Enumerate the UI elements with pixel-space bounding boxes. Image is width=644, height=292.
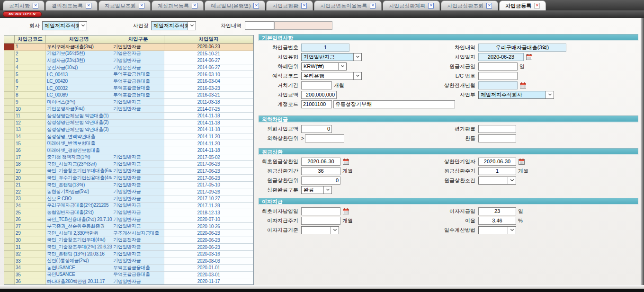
tab[interactable]: 계정과목등록 ✕ [152,0,204,10]
close-icon[interactable]: ✕ [86,3,91,9]
table-row[interactable]: 34 농협USANCE 무역포괄금융대출 2020-01-01 [4,265,253,272]
close-icon[interactable]: ✕ [428,3,434,9]
table-row[interactable]: 3 시설자금(23억3천) 기업일반자금 2014-06-27 [4,57,253,64]
loan-no-field[interactable]: 1 [301,44,349,52]
column-header-code[interactable]: 차입금코드 [15,35,46,44]
table-row[interactable]: 10 기업운영자금(6억) 기업일반자금 2014-07-25 [4,106,253,113]
table-row[interactable]: 6 LC_00420 무역포괄금융대출 2016-03-04 [4,78,253,85]
repay-condition-value [479,177,508,184]
loan-type-select[interactable]: 기업일반자금 [301,53,362,61]
table-row[interactable]: 16 미래에셋_경영인보험대출 2014-11-18 [4,147,253,154]
table-row[interactable]: 18 국민_시설자금(23억3천) 기업일반자금 2017-06-23 [4,161,253,168]
maturity-date-field[interactable]: 2020-06-30 [478,158,516,166]
principal-pay-day-input[interactable] [478,62,518,71]
table-row[interactable]: 14 삼성생명_변액약관대출 2014-11-20 [4,133,253,141]
table-row[interactable]: 11 삼성생명단체보험 약관대출(1) 2014-11-18 [4,113,253,120]
calendar-icon[interactable] [343,208,349,214]
repay-unit-input[interactable]: 0 [301,177,340,185]
table-row[interactable]: 7 LC_00032 무역포괄금융대출 2016-03-23 [4,85,253,92]
chevron-down-icon [508,227,516,234]
tab[interactable]: 차입금등록 ✕ [499,0,546,10]
column-header-type[interactable]: 차입구분 [112,35,164,44]
interest-pay-day-input[interactable]: 23 [478,207,516,215]
currency-select[interactable]: KRW(₩) [301,62,347,71]
table-row[interactable]: 2 기업기보(16억5천) 기업운전자금 2015-10-21 [4,51,253,58]
table-row[interactable]: 25 농협일반자금대출(2억) 기업일반자금 2018-12-13 [4,209,253,216]
column-header-date[interactable]: 차입일자 [164,35,253,44]
tab[interactable]: 차입금상환조회 ✕ [441,0,498,10]
table-row[interactable]: 13 삼성생명단체보험 약관대출(3) 2014-11-18 [4,126,253,133]
menu-open-button[interactable]: MENU OPEN [3,11,42,17]
lc-no-input[interactable] [478,72,518,80]
close-icon[interactable]: ✕ [33,3,38,9]
fx-amount-input[interactable]: 0 [301,125,332,133]
interest-rate-input[interactable]: 3.46 [478,217,516,225]
site-select[interactable]: 제일저지주식회사 [151,21,196,30]
table-row[interactable]: 17 중기청 정책자금(1억) 기업일반자금 2017-05-02 [4,154,253,161]
table-row[interactable]: 5 LC_00413 무역포괄금융대출 2016-03-10 [4,71,253,78]
tab[interactable]: 차입금상환계획 ✕ [383,0,440,10]
account-code-input[interactable]: 21001100 [301,100,332,108]
table-row[interactable]: 4 운전자금(10억) 기업운전자금 2014-06-27 [4,64,253,71]
close-icon[interactable]: ✕ [192,3,197,9]
division-select[interactable]: 제일저지주식회사 [478,91,554,99]
deposit-code-select[interactable]: 우리은행 [301,72,362,80]
table-row[interactable]: 26 국민_TCB신용대출(2억) 20.7.10 기업일반자금 2020-07… [4,216,253,223]
fx-unit-input[interactable] [305,134,344,142]
table-row[interactable]: 30 국민_기술창조기업우대(4억) 기업운전자금 2020-06-23 [4,237,253,244]
table-row[interactable]: 33 신한(-)통장예금(2억) 기업일반자금 2020-08-03 [4,257,253,265]
table-row[interactable]: 21 국민_온랜딩(13억) 기업일반자금 2017-05-10 [4,182,253,189]
loan-detail-field[interactable]: 우리구매자금대출(3억) [478,44,566,52]
tab[interactable]: 결의전표등록 ✕ [45,0,98,10]
loan-date-field[interactable]: 2020-06-23 [478,53,524,61]
loan-amount-input[interactable]: 200,000,000 [301,91,337,99]
repay-cycle-input[interactable]: 1 [478,167,516,175]
table-row[interactable]: 19 국민_기술창조기업우대대출(6억) 기업일반자금 2017-06-23 [4,168,253,175]
first-interest-date-input[interactable] [301,207,340,215]
calendar-icon[interactable] [343,159,349,165]
table-row[interactable]: 22 농협장기차입금(5억) 기업일반자금 2017-09-26 [4,188,253,195]
close-icon[interactable]: ✕ [139,3,144,9]
eval-rate-input[interactable] [478,125,516,133]
repay-period-input[interactable]: 36 [301,167,340,175]
close-icon[interactable]: ✕ [370,3,376,9]
tab[interactable]: 공지사항 ✕ [3,0,45,10]
close-icon[interactable]: ✕ [486,3,492,9]
tab[interactable]: 차입금변동이율등록 ✕ [314,0,382,10]
first-repay-date-field[interactable]: 2020-06-30 [301,158,340,166]
close-icon[interactable]: ✕ [253,3,259,9]
repay-condition-select[interactable] [478,177,516,185]
calendar-icon[interactable] [526,54,532,60]
complete-status-select[interactable]: 완료 [301,186,332,194]
interest-cycle-input[interactable] [301,217,340,225]
table-row[interactable]: 24 우리구매자금대출(2억)221205 기업일반자금 2017-11-28 [4,203,253,210]
table-row[interactable]: 23 신보 P-CBO 기업일반자금 2017-10-27 [4,195,253,203]
tab[interactable]: 예금일보(은행별) ✕ [205,0,265,10]
table-row[interactable]: 36 하나대출260백만원 20.11.17 기업일반자금 2020-11-17 [4,278,253,285]
table-row[interactable]: 8 LC_00089 무역포괄금융대출 2016-03-21 [4,92,253,99]
exchange-rate-input[interactable] [478,134,516,142]
repay-start-ym-field[interactable] [478,81,518,89]
close-icon[interactable]: ✕ [301,3,307,9]
calendar-icon[interactable] [519,159,525,165]
tab[interactable]: 차입금현황 ✕ [266,0,313,10]
grace-period-input[interactable] [301,81,332,89]
tab[interactable]: 자금일보조회 ✕ [98,0,151,10]
column-header-name[interactable]: 차입금명 [46,35,112,44]
calendar-icon[interactable] [520,82,526,88]
table-row[interactable]: 1 우리구매자금대출(3억) 기업일반자금 2020-06-23 [4,44,253,51]
table-row[interactable]: 29 국민_시설대 2,330백만원 구조개선시설자금대출 2020-06-23 [4,230,253,237]
close-icon[interactable]: ✕ [534,3,540,9]
company-select[interactable]: 제일저지주식회사 [42,21,87,30]
table-row[interactable]: 12 삼성생명단체보험 약관대출(2) 2014-11-18 [4,120,253,127]
table-row[interactable]: 31 국민_기술창조우대(2억) 20.6.23 기업일반자금 2020-06-… [4,244,253,251]
interest-basis-select[interactable] [301,226,339,234]
table-row[interactable]: 15 미래에셋_변액보험대출 2014-11-20 [4,140,253,147]
table-row[interactable]: 27 부국증권_선순위유동화증권 기업일반자금 2020-10-26 [4,223,253,230]
table-row[interactable]: 9 마이너스(3억) 기업일반자금 2011-03-18 [4,99,253,106]
table-row[interactable]: 20 국민_우수기술기업신용대출(4억) 기업일반자금 2017-06-23 [4,175,253,182]
day-count-method-select[interactable] [478,226,516,234]
table-row[interactable]: 32 국민_온랜딩 (13억) 20.03.16 기업일반자금 2020-03-… [4,251,253,258]
table-row[interactable]: 35 국민USANCE 무역포괄금융대출 2020-03-01 [4,272,253,279]
loan-detail-filter-input[interactable] [245,21,274,30]
